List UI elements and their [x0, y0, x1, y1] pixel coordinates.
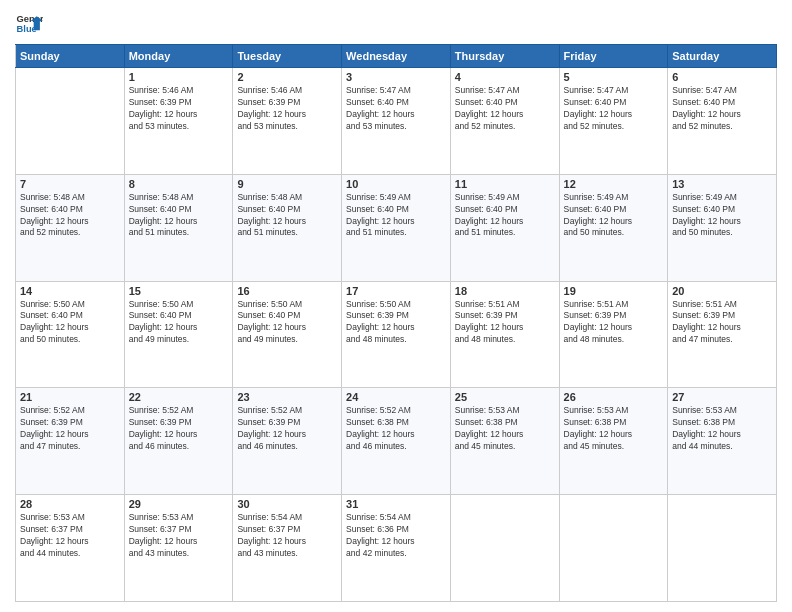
day-number: 29	[129, 498, 229, 510]
day-info: Sunrise: 5:52 AMSunset: 6:38 PMDaylight:…	[346, 405, 446, 453]
day-info: Sunrise: 5:53 AMSunset: 6:37 PMDaylight:…	[20, 512, 120, 560]
weekday-header-thursday: Thursday	[450, 45, 559, 68]
calendar-cell: 27Sunrise: 5:53 AMSunset: 6:38 PMDayligh…	[668, 388, 777, 495]
calendar-cell: 23Sunrise: 5:52 AMSunset: 6:39 PMDayligh…	[233, 388, 342, 495]
day-info: Sunrise: 5:54 AMSunset: 6:36 PMDaylight:…	[346, 512, 446, 560]
week-row-1: 1Sunrise: 5:46 AMSunset: 6:39 PMDaylight…	[16, 68, 777, 175]
day-number: 22	[129, 391, 229, 403]
calendar-table: SundayMondayTuesdayWednesdayThursdayFrid…	[15, 44, 777, 602]
weekday-header-sunday: Sunday	[16, 45, 125, 68]
weekday-header-row: SundayMondayTuesdayWednesdayThursdayFrid…	[16, 45, 777, 68]
header: General Blue	[15, 10, 777, 38]
calendar-cell: 18Sunrise: 5:51 AMSunset: 6:39 PMDayligh…	[450, 281, 559, 388]
day-number: 21	[20, 391, 120, 403]
calendar-cell: 17Sunrise: 5:50 AMSunset: 6:39 PMDayligh…	[342, 281, 451, 388]
day-number: 10	[346, 178, 446, 190]
weekday-header-saturday: Saturday	[668, 45, 777, 68]
day-number: 8	[129, 178, 229, 190]
calendar-cell: 29Sunrise: 5:53 AMSunset: 6:37 PMDayligh…	[124, 495, 233, 602]
calendar-cell: 28Sunrise: 5:53 AMSunset: 6:37 PMDayligh…	[16, 495, 125, 602]
week-row-4: 21Sunrise: 5:52 AMSunset: 6:39 PMDayligh…	[16, 388, 777, 495]
calendar-cell: 7Sunrise: 5:48 AMSunset: 6:40 PMDaylight…	[16, 174, 125, 281]
calendar-cell: 22Sunrise: 5:52 AMSunset: 6:39 PMDayligh…	[124, 388, 233, 495]
calendar-cell: 12Sunrise: 5:49 AMSunset: 6:40 PMDayligh…	[559, 174, 668, 281]
day-number: 15	[129, 285, 229, 297]
day-info: Sunrise: 5:50 AMSunset: 6:40 PMDaylight:…	[237, 299, 337, 347]
weekday-header-monday: Monday	[124, 45, 233, 68]
calendar-cell: 3Sunrise: 5:47 AMSunset: 6:40 PMDaylight…	[342, 68, 451, 175]
day-info: Sunrise: 5:46 AMSunset: 6:39 PMDaylight:…	[129, 85, 229, 133]
day-number: 16	[237, 285, 337, 297]
day-info: Sunrise: 5:53 AMSunset: 6:37 PMDaylight:…	[129, 512, 229, 560]
day-info: Sunrise: 5:48 AMSunset: 6:40 PMDaylight:…	[237, 192, 337, 240]
calendar-cell	[668, 495, 777, 602]
day-info: Sunrise: 5:50 AMSunset: 6:39 PMDaylight:…	[346, 299, 446, 347]
day-number: 27	[672, 391, 772, 403]
day-number: 1	[129, 71, 229, 83]
day-info: Sunrise: 5:49 AMSunset: 6:40 PMDaylight:…	[346, 192, 446, 240]
page: General Blue SundayMondayTuesdayWednesda…	[0, 0, 792, 612]
calendar-cell: 1Sunrise: 5:46 AMSunset: 6:39 PMDaylight…	[124, 68, 233, 175]
day-number: 14	[20, 285, 120, 297]
weekday-header-wednesday: Wednesday	[342, 45, 451, 68]
calendar-cell: 10Sunrise: 5:49 AMSunset: 6:40 PMDayligh…	[342, 174, 451, 281]
day-info: Sunrise: 5:51 AMSunset: 6:39 PMDaylight:…	[455, 299, 555, 347]
day-number: 7	[20, 178, 120, 190]
calendar-cell: 6Sunrise: 5:47 AMSunset: 6:40 PMDaylight…	[668, 68, 777, 175]
day-info: Sunrise: 5:52 AMSunset: 6:39 PMDaylight:…	[20, 405, 120, 453]
day-info: Sunrise: 5:46 AMSunset: 6:39 PMDaylight:…	[237, 85, 337, 133]
calendar-cell	[450, 495, 559, 602]
calendar-cell: 21Sunrise: 5:52 AMSunset: 6:39 PMDayligh…	[16, 388, 125, 495]
calendar-cell: 20Sunrise: 5:51 AMSunset: 6:39 PMDayligh…	[668, 281, 777, 388]
calendar-cell	[559, 495, 668, 602]
calendar-cell: 4Sunrise: 5:47 AMSunset: 6:40 PMDaylight…	[450, 68, 559, 175]
day-number: 13	[672, 178, 772, 190]
day-number: 12	[564, 178, 664, 190]
day-number: 19	[564, 285, 664, 297]
day-info: Sunrise: 5:53 AMSunset: 6:38 PMDaylight:…	[455, 405, 555, 453]
calendar-cell: 9Sunrise: 5:48 AMSunset: 6:40 PMDaylight…	[233, 174, 342, 281]
day-number: 23	[237, 391, 337, 403]
calendar-cell: 25Sunrise: 5:53 AMSunset: 6:38 PMDayligh…	[450, 388, 559, 495]
day-info: Sunrise: 5:53 AMSunset: 6:38 PMDaylight:…	[672, 405, 772, 453]
day-info: Sunrise: 5:49 AMSunset: 6:40 PMDaylight:…	[455, 192, 555, 240]
day-number: 20	[672, 285, 772, 297]
calendar-cell: 16Sunrise: 5:50 AMSunset: 6:40 PMDayligh…	[233, 281, 342, 388]
weekday-header-tuesday: Tuesday	[233, 45, 342, 68]
calendar-cell: 11Sunrise: 5:49 AMSunset: 6:40 PMDayligh…	[450, 174, 559, 281]
calendar-cell: 30Sunrise: 5:54 AMSunset: 6:37 PMDayligh…	[233, 495, 342, 602]
calendar-cell	[16, 68, 125, 175]
calendar: SundayMondayTuesdayWednesdayThursdayFrid…	[15, 44, 777, 602]
day-info: Sunrise: 5:49 AMSunset: 6:40 PMDaylight:…	[564, 192, 664, 240]
calendar-cell: 26Sunrise: 5:53 AMSunset: 6:38 PMDayligh…	[559, 388, 668, 495]
day-info: Sunrise: 5:52 AMSunset: 6:39 PMDaylight:…	[129, 405, 229, 453]
week-row-2: 7Sunrise: 5:48 AMSunset: 6:40 PMDaylight…	[16, 174, 777, 281]
day-number: 17	[346, 285, 446, 297]
day-number: 28	[20, 498, 120, 510]
calendar-cell: 19Sunrise: 5:51 AMSunset: 6:39 PMDayligh…	[559, 281, 668, 388]
day-number: 11	[455, 178, 555, 190]
day-info: Sunrise: 5:48 AMSunset: 6:40 PMDaylight:…	[20, 192, 120, 240]
day-info: Sunrise: 5:50 AMSunset: 6:40 PMDaylight:…	[129, 299, 229, 347]
day-number: 6	[672, 71, 772, 83]
day-number: 5	[564, 71, 664, 83]
day-number: 9	[237, 178, 337, 190]
calendar-cell: 13Sunrise: 5:49 AMSunset: 6:40 PMDayligh…	[668, 174, 777, 281]
calendar-cell: 14Sunrise: 5:50 AMSunset: 6:40 PMDayligh…	[16, 281, 125, 388]
day-number: 18	[455, 285, 555, 297]
day-number: 26	[564, 391, 664, 403]
day-info: Sunrise: 5:53 AMSunset: 6:38 PMDaylight:…	[564, 405, 664, 453]
weekday-header-friday: Friday	[559, 45, 668, 68]
calendar-cell: 24Sunrise: 5:52 AMSunset: 6:38 PMDayligh…	[342, 388, 451, 495]
calendar-cell: 31Sunrise: 5:54 AMSunset: 6:36 PMDayligh…	[342, 495, 451, 602]
day-number: 25	[455, 391, 555, 403]
day-number: 2	[237, 71, 337, 83]
calendar-cell: 5Sunrise: 5:47 AMSunset: 6:40 PMDaylight…	[559, 68, 668, 175]
week-row-3: 14Sunrise: 5:50 AMSunset: 6:40 PMDayligh…	[16, 281, 777, 388]
day-number: 30	[237, 498, 337, 510]
day-info: Sunrise: 5:47 AMSunset: 6:40 PMDaylight:…	[346, 85, 446, 133]
day-info: Sunrise: 5:52 AMSunset: 6:39 PMDaylight:…	[237, 405, 337, 453]
day-info: Sunrise: 5:49 AMSunset: 6:40 PMDaylight:…	[672, 192, 772, 240]
day-info: Sunrise: 5:47 AMSunset: 6:40 PMDaylight:…	[672, 85, 772, 133]
logo: General Blue	[15, 10, 43, 38]
